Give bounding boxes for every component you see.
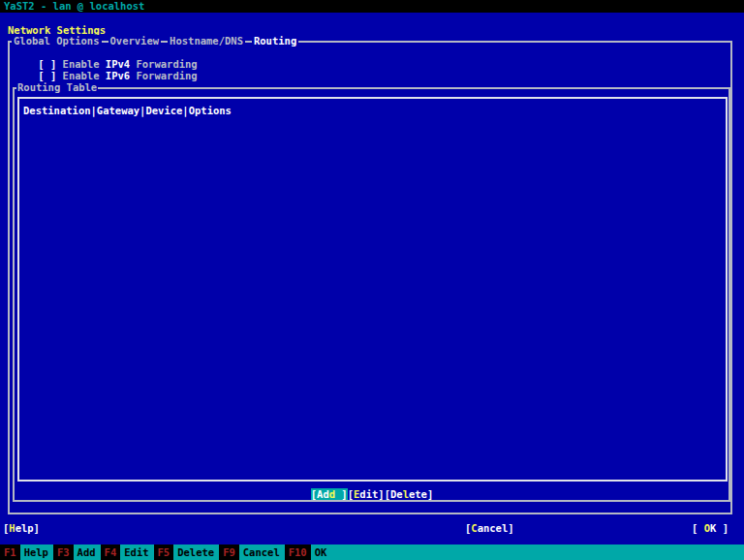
tab-bar: Global Options Overview Hostname/DNS Rou…	[12, 35, 305, 47]
fkey-f4-edit[interactable]: F4Edit	[101, 544, 154, 560]
button-text: [Ad	[311, 488, 329, 500]
button-text: ete]	[409, 488, 433, 500]
help-button[interactable]: [Help]	[3, 522, 40, 534]
checkbox-label: Forwarding	[130, 70, 198, 81]
button-text: ancel]	[478, 522, 514, 534]
fkey-f3-add[interactable]: F3Add	[53, 544, 101, 560]
fkey-label: F1	[0, 544, 20, 560]
yast-terminal-screen: YaST2 - lan @ localhost Network Settings…	[0, 0, 744, 560]
fkey-f5-delete[interactable]: F5Delete	[154, 544, 220, 560]
fkey-label: F5	[154, 544, 174, 560]
fkey-action: Edit	[120, 544, 153, 560]
button-text: [	[692, 522, 704, 534]
table-button-row: [Add ][Edit][Delete]	[0, 488, 744, 500]
button-text: K ]	[710, 522, 728, 534]
button-text: dit]	[359, 488, 384, 500]
fkey-action: OK	[311, 544, 332, 560]
ok-button[interactable]: [ OK ]	[692, 522, 728, 534]
routing-table[interactable]: Destination|Gateway|Device|Options	[17, 97, 728, 482]
delete-button[interactable]: [Delete]	[385, 488, 434, 500]
tab-hostname-dns[interactable]: Hostname/DNS	[168, 35, 245, 47]
window-title: YaST2 - lan @ localhost	[0, 0, 744, 13]
fkey-action: Delete	[173, 544, 219, 560]
fkey-label: F4	[101, 544, 121, 560]
function-key-bar: F1Help F3Add F4Edit F5Delete F9Cancel F1…	[0, 544, 744, 560]
table-header: Destination|Gateway|Device|Options	[23, 105, 232, 116]
button-text: [De	[385, 488, 403, 500]
checkbox-box-icon: [ ]	[38, 70, 56, 81]
edit-button[interactable]: [Edit]	[348, 488, 385, 500]
fkey-label: F9	[219, 544, 239, 560]
add-button[interactable]: [Add ]	[311, 488, 348, 500]
tab-routing[interactable]: Routing	[252, 35, 298, 47]
fkey-label: F3	[53, 544, 74, 560]
checkbox-label: Enable	[56, 70, 106, 81]
fkey-action: Add	[74, 544, 101, 560]
button-text: ]	[335, 488, 348, 500]
routing-table-frame-label: Routing Table	[16, 81, 98, 93]
fkey-label: F10	[285, 544, 311, 560]
tab-overview[interactable]: Overview	[108, 35, 162, 47]
button-text: elp]	[16, 522, 40, 534]
cancel-button[interactable]: [Cancel]	[465, 522, 514, 534]
fkey-f1-help[interactable]: F1Help	[0, 544, 53, 560]
fkey-f10-ok[interactable]: F10OK	[285, 544, 332, 560]
fkey-action: Help	[20, 544, 53, 560]
fkey-action: Cancel	[239, 544, 285, 560]
checkbox-label-strong: IPv6	[106, 70, 130, 81]
tab-global-options[interactable]: Global Options	[12, 35, 102, 47]
fkey-f9-cancel[interactable]: F9Cancel	[219, 544, 285, 560]
